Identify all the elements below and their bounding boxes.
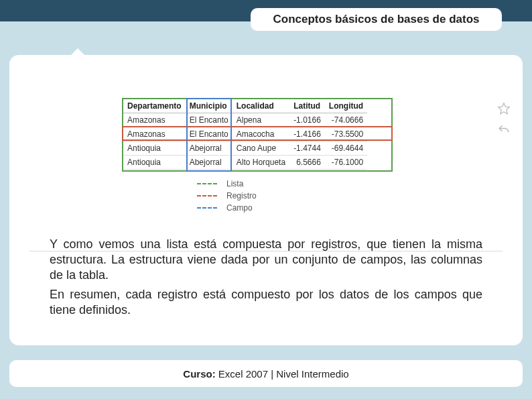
table-row: Antioquia Abejorral Cano Aupe -1.4744 -6… <box>123 141 367 156</box>
undo-icon[interactable] <box>497 123 511 139</box>
dash-green-icon <box>197 183 217 184</box>
th-latitud: Latitud <box>289 99 325 113</box>
table-row: Amazonas El Encanto Amacocha -1.4166 -73… <box>123 127 367 141</box>
legend-row-lista: Lista <box>197 178 482 190</box>
dash-blue-icon <box>197 207 217 209</box>
paragraph-1: Y como vemos una lista está compuesta po… <box>50 237 482 283</box>
side-icons <box>497 102 511 139</box>
footer-box: Curso: Excel 2007 | Nivel Intermedio <box>9 360 523 387</box>
th-longitud: Longitud <box>325 99 367 113</box>
legend-label: Lista <box>226 179 243 188</box>
footer-value: Excel 2007 | Nivel Intermedio <box>218 368 349 380</box>
page-title: Conceptos básicos de bases de datos <box>273 13 480 26</box>
table-row: Antioquia Abejorral Alto Horqueta 6.5666… <box>123 156 367 170</box>
table-row: Amazonas El Encanto Alpena -1.0166 -74.0… <box>123 113 367 127</box>
svg-marker-0 <box>498 103 510 114</box>
body-text: Y como vemos una lista está compuesta po… <box>50 237 482 318</box>
legend: Lista Registro Campo <box>197 178 482 214</box>
legend-label: Campo <box>226 203 253 213</box>
main-card: Departamento Municipio Localidad Latitud… <box>9 55 523 345</box>
star-icon[interactable] <box>497 102 511 118</box>
th-localidad: Localidad <box>232 99 289 113</box>
dash-orange-icon <box>197 195 217 196</box>
table-header-row: Departamento Municipio Localidad Latitud… <box>123 99 367 113</box>
legend-label: Registro <box>226 191 257 201</box>
legend-row-registro: Registro <box>197 190 482 202</box>
th-municipio: Municipio <box>186 99 232 113</box>
footer-label: Curso: <box>183 368 218 380</box>
data-table: Departamento Municipio Localidad Latitud… <box>123 99 367 170</box>
title-box: Conceptos básicos de bases de datos <box>251 8 502 31</box>
paragraph-2: En resumen, cada registro está compuesto… <box>50 287 482 318</box>
divider <box>29 251 503 251</box>
legend-row-campo: Campo <box>197 202 482 214</box>
th-departamento: Departamento <box>123 99 186 113</box>
table-wrap: Departamento Municipio Localidad Latitud… <box>123 99 398 170</box>
